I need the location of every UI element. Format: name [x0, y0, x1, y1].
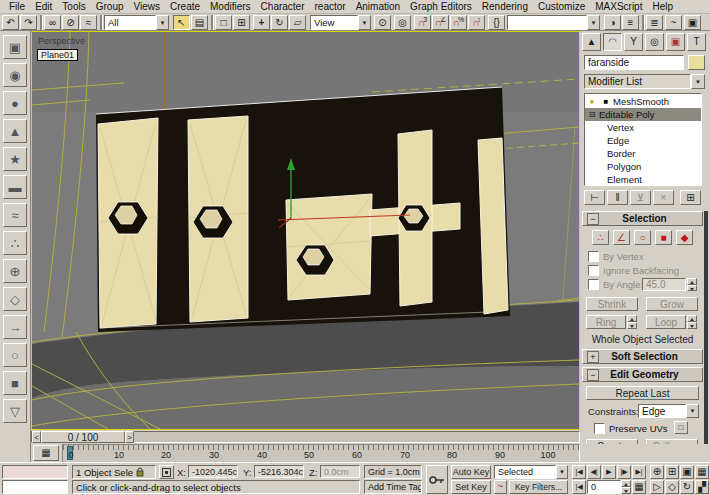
angle-snap-button[interactable]: ∩∠: [432, 15, 449, 30]
ring-button[interactable]: Ring: [586, 315, 626, 329]
configure-modifier-sets-button[interactable]: ⊞: [680, 190, 701, 205]
macro-recorder-field[interactable]: [2, 465, 68, 479]
preserve-uvs-checkbox[interactable]: [594, 423, 605, 434]
reactor-tool-button-1[interactable]: ▣: [3, 35, 27, 59]
object-color-swatch[interactable]: [688, 55, 705, 70]
ring-spinner[interactable]: [627, 315, 637, 329]
pan-view-button[interactable]: ◇: [665, 480, 679, 494]
default-in-out-tangent-button[interactable]: ~: [494, 480, 507, 494]
zoom-all-button[interactable]: ⊞: [665, 465, 679, 479]
reactor-tool-button-3[interactable]: ●: [3, 91, 27, 115]
viewport-label[interactable]: Perspective: [38, 36, 85, 46]
tab-utilities[interactable]: T: [687, 33, 706, 51]
select-by-name-button[interactable]: ▤: [191, 15, 208, 30]
window-crossing-button[interactable]: ⊞: [233, 15, 250, 30]
by-angle-option[interactable]: By Angle:: [588, 279, 643, 290]
rectangular-selection-region-button[interactable]: □: [215, 15, 232, 30]
by-angle-field[interactable]: 45.0: [642, 278, 686, 291]
use-pivot-center-button[interactable]: ⊙: [374, 15, 391, 30]
constraints-arrow[interactable]: ▼: [686, 404, 699, 418]
stack-subitem-polygon[interactable]: Polygon: [585, 160, 702, 173]
stack-subitem-edge[interactable]: Edge: [585, 134, 702, 147]
object-name-field[interactable]: faranside: [584, 55, 684, 70]
zoom-extents-all-button[interactable]: ▦: [695, 465, 709, 479]
zoom-button[interactable]: ⊕: [650, 465, 664, 479]
subobject-border-button[interactable]: ○: [634, 230, 651, 245]
reactor-tool-button-10[interactable]: ◇: [3, 287, 27, 311]
constraints-dropdown[interactable]: Edge: [638, 404, 686, 418]
go-to-start-button[interactable]: |◀: [572, 465, 586, 479]
reactor-tool-button-4[interactable]: ▲: [3, 119, 27, 143]
preserve-uvs-option[interactable]: Preserve UVs: [594, 423, 668, 434]
key-mode-toggle-button[interactable]: |◀: [572, 480, 586, 494]
layer-manager-button[interactable]: ≣: [646, 15, 663, 30]
by-vertex-option[interactable]: By Vertex: [588, 251, 644, 262]
set-keys-button[interactable]: [426, 465, 448, 494]
remove-modifier-button[interactable]: ×: [653, 190, 674, 205]
min-max-toggle-button[interactable]: ▞: [695, 480, 709, 494]
reactor-tool-button-13[interactable]: ■: [3, 371, 27, 395]
by-angle-spinner[interactable]: [687, 278, 697, 291]
reactor-tool-button-2[interactable]: ◉: [3, 63, 27, 87]
key-mode-arrow[interactable]: ▼: [556, 465, 568, 479]
edit-geometry-rollout-header[interactable]: − Edit Geometry: [582, 367, 703, 382]
curve-editor-button[interactable]: ~: [665, 15, 682, 30]
tab-display[interactable]: ▣: [666, 33, 685, 51]
loop-button[interactable]: Loop: [646, 315, 686, 329]
subobject-edge-button[interactable]: ∠: [613, 230, 630, 245]
percent-snap-button[interactable]: ∩%: [450, 15, 467, 30]
play-animation-button[interactable]: ▶: [602, 465, 616, 479]
set-key-button[interactable]: Set Key: [451, 480, 491, 494]
by-angle-checkbox[interactable]: [588, 279, 599, 290]
arc-rotate-button[interactable]: ↻: [680, 480, 694, 494]
command-panel-scrollbar[interactable]: [704, 211, 708, 462]
pin-stack-button[interactable]: ⊢: [584, 190, 605, 205]
render-button[interactable]: ▣: [684, 15, 701, 30]
key-filters-button[interactable]: Key Filters...: [509, 480, 568, 494]
tab-create[interactable]: ▲: [582, 33, 601, 51]
menu-reactor[interactable]: reactor: [310, 1, 351, 12]
stack-subitem-vertex[interactable]: Vertex: [585, 121, 702, 134]
reactor-tool-button-7[interactable]: ≈: [3, 203, 27, 227]
field-of-view-button[interactable]: ▷: [650, 480, 664, 494]
named-selection-sets-button[interactable]: {}: [488, 15, 505, 30]
previous-frame-arrow[interactable]: <: [32, 431, 41, 443]
stack-item-editable-poly[interactable]: ⊟ Editable Poly: [585, 108, 701, 121]
time-slider-handle[interactable]: 0 / 100: [41, 431, 125, 443]
x-coordinate-field[interactable]: -1020.445c: [188, 465, 238, 478]
select-object-button[interactable]: ↖: [173, 15, 190, 30]
shrink-button[interactable]: Shrink: [586, 297, 638, 311]
tab-hierarchy[interactable]: Y: [624, 33, 643, 51]
menu-modifiers[interactable]: Modifiers: [205, 1, 256, 12]
menu-maxscript[interactable]: MAXScript: [590, 1, 647, 12]
show-end-result-button[interactable]: ‖: [607, 190, 628, 205]
mirror-button[interactable]: ◑: [604, 15, 621, 30]
menu-rendering[interactable]: Rendering: [477, 1, 533, 12]
auto-key-button[interactable]: Auto Key: [451, 465, 491, 479]
align-button[interactable]: ≡: [622, 15, 639, 30]
next-frame-arrow[interactable]: >: [125, 431, 134, 443]
select-and-scale-button[interactable]: ▱: [289, 15, 306, 30]
selection-rollout-header[interactable]: − Selection: [582, 211, 703, 226]
reactor-tool-button-9[interactable]: ⊕: [3, 259, 27, 283]
reactor-tool-button-5[interactable]: ★: [3, 147, 27, 171]
menu-tools[interactable]: Tools: [57, 1, 90, 12]
absolute-offset-toggle-button[interactable]: [159, 465, 174, 479]
unlink-selection-button[interactable]: ⊘: [62, 15, 79, 30]
modifier-list-arrow[interactable]: ▼: [691, 74, 705, 89]
maxscript-listener-field[interactable]: [2, 480, 68, 494]
loop-spinner[interactable]: [687, 315, 697, 329]
menu-views[interactable]: Views: [129, 1, 166, 12]
reactor-tool-button-11[interactable]: →: [3, 315, 27, 339]
key-mode-dropdown[interactable]: Selected: [494, 465, 556, 479]
ref-coord-arrow[interactable]: ▼: [358, 15, 371, 30]
stack-subitem-border[interactable]: Border: [585, 147, 702, 160]
go-to-end-button[interactable]: ▶|: [632, 465, 646, 479]
lock-icon[interactable]: [136, 467, 144, 477]
stack-subitem-element[interactable]: Element: [585, 173, 702, 186]
menu-character[interactable]: Character: [256, 1, 310, 12]
menu-edit[interactable]: Edit: [30, 1, 57, 12]
ignore-backfacing-checkbox[interactable]: [588, 265, 599, 276]
reactor-tool-button-6[interactable]: ▬: [3, 175, 27, 199]
z-coordinate-field[interactable]: 0.0cm: [320, 465, 360, 478]
